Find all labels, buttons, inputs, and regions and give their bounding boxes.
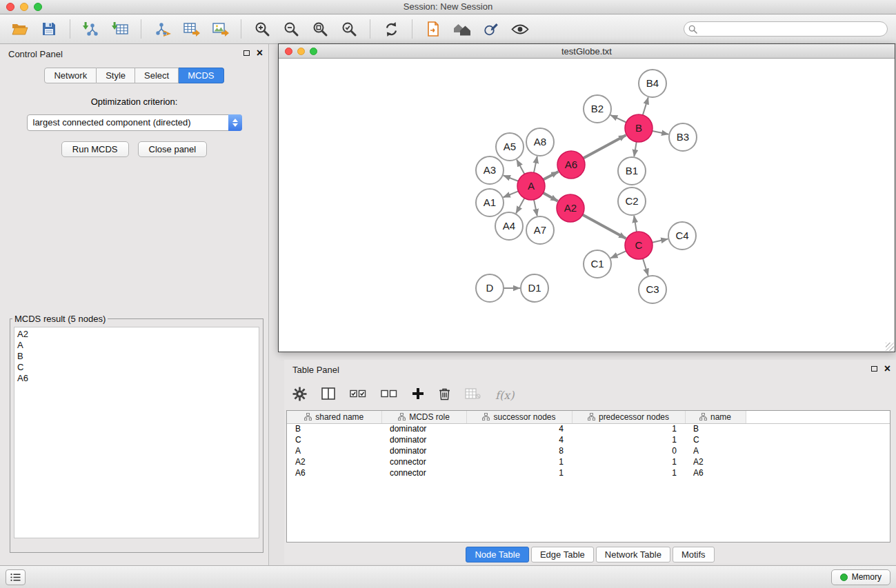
network-node-C1[interactable]: C1 [584,250,611,278]
table-cell[interactable]: 1 [572,434,685,445]
tab-mcds[interactable]: MCDS [179,68,223,83]
network-node-A6[interactable]: A6 [557,151,585,179]
optimization-criterion-select[interactable]: largest connected component (directed) [27,114,242,131]
mcds-result-list[interactable]: A2ABCA6 [14,327,259,538]
search-box[interactable] [684,21,888,37]
network-node-A[interactable]: A [517,172,545,200]
minimize-window-button[interactable] [20,3,28,11]
network-edge-A-A2[interactable] [543,193,557,201]
network-node-D1[interactable]: D1 [521,274,548,302]
table-cell[interactable]: B [287,423,381,434]
table-cell[interactable]: 1 [572,467,685,478]
table-cell[interactable]: 1 [572,423,685,434]
tab-network[interactable]: Network [44,68,97,83]
export-image-button[interactable] [208,17,232,41]
table-cell[interactable]: A [685,445,746,456]
search-input[interactable] [697,24,883,34]
table-cell[interactable]: C [685,434,746,445]
mcds-result-item[interactable]: A2 [17,329,256,340]
network-edge-B-B3[interactable] [653,131,669,134]
unselect-all-columns-button[interactable] [381,388,397,402]
column-header-shared-name[interactable]: shared name [287,411,381,423]
zoom-network-window-button[interactable] [310,48,317,55]
table-cell[interactable]: B [685,423,746,434]
network-node-C[interactable]: C [625,232,653,259]
network-edge-A6-B[interactable] [584,135,626,159]
network-edge-A-A6[interactable] [544,172,559,180]
table-cell[interactable]: connector [381,456,466,467]
column-header-predecessor-nodes[interactable]: predecessor nodes [572,411,685,423]
table-settings-button[interactable] [292,387,307,404]
table-cell[interactable]: A2 [287,456,381,467]
table-row-A[interactable]: Adominator80A [287,445,890,456]
close-network-window-button[interactable] [285,48,292,55]
network-node-C3[interactable]: C3 [639,276,666,303]
column-header-name[interactable]: name [685,411,746,423]
export-network-button[interactable] [150,17,174,41]
tab-select[interactable]: Select [135,68,179,83]
import-table-from-file-button[interactable] [108,17,132,41]
zoom-in-button[interactable] [250,17,274,41]
close-panel-icon[interactable]: × [257,49,263,57]
float-panel-icon[interactable] [243,50,250,56]
table-row-C[interactable]: Cdominator41C [287,434,890,445]
tab-network-table[interactable]: Network Table [596,547,670,562]
column-header-MCDS-role[interactable]: MCDS role [381,411,466,423]
network-node-C4[interactable]: C4 [668,222,696,250]
table-cell[interactable]: dominator [381,434,466,445]
table-row-B[interactable]: Bdominator41B [287,423,890,434]
mcds-result-item[interactable]: C [17,362,256,373]
network-edge-B-B2[interactable] [610,115,626,123]
create-column-button[interactable] [412,387,424,403]
network-window-titlebar[interactable]: testGlobe.txt [279,44,895,59]
select-all-columns-button[interactable] [350,388,366,402]
network-edge-A-A1[interactable] [504,191,519,197]
network-edge-C-C1[interactable] [610,251,626,258]
refresh-network-button[interactable] [379,17,403,41]
table-cell[interactable]: A2 [685,456,746,467]
delete-column-button[interactable] [439,387,450,403]
network-node-B[interactable]: B [625,114,653,142]
column-browser-button[interactable] [321,387,335,403]
export-document-button[interactable] [421,17,445,41]
table-cell[interactable]: 4 [466,423,572,434]
table-cell[interactable]: 1 [572,456,685,467]
close-table-panel-icon[interactable]: × [884,365,890,373]
mcds-result-item[interactable]: B [17,351,256,362]
network-node-A1[interactable]: A1 [476,189,504,216]
column-header-successor-nodes[interactable]: successor nodes [466,411,572,423]
run-mcds-button[interactable]: Run MCDS [61,141,129,157]
close-panel-button[interactable]: Close panel [138,141,208,157]
network-manager-button[interactable] [450,17,474,41]
network-node-B4[interactable]: B4 [639,70,666,97]
network-node-A5[interactable]: A5 [496,133,524,161]
tab-style[interactable]: Style [97,68,135,83]
zoom-window-button[interactable] [34,3,42,11]
network-node-B3[interactable]: B3 [669,123,697,151]
network-edge-A-A4[interactable] [516,199,524,214]
table-row-A6[interactable]: A6connector11A6 [287,467,890,478]
network-edge-A-A7[interactable] [534,200,537,216]
export-table-button[interactable] [179,17,203,41]
table-cell[interactable]: 4 [466,434,572,445]
zoom-out-button[interactable] [279,17,303,41]
show-panels-button[interactable] [6,569,26,585]
mcds-result-item[interactable]: A [17,340,256,351]
table-cell[interactable]: connector [381,467,466,478]
minimize-network-window-button[interactable] [297,48,305,55]
network-node-A2[interactable]: A2 [557,194,584,222]
network-node-B1[interactable]: B1 [618,157,646,185]
network-edge-A-A8[interactable] [534,156,537,173]
network-node-A4[interactable]: A4 [495,212,523,240]
network-edge-A2-C[interactable] [583,215,626,239]
float-table-panel-icon[interactable] [871,366,877,372]
annotations-button[interactable] [479,17,503,41]
open-session-button[interactable] [8,17,32,41]
network-edge-A-A3[interactable] [504,176,519,181]
tab-edge-table[interactable]: Edge Table [531,547,594,562]
table-cell[interactable]: A6 [685,467,746,478]
zoom-selected-button[interactable] [337,17,361,41]
network-canvas[interactable]: B4B2BB3A5A8A6A3B1AC2A1A2A4A7C4CC1C3DD1 [279,59,895,352]
table-cell[interactable]: 1 [466,467,572,478]
network-edge-C-C4[interactable] [653,239,668,243]
